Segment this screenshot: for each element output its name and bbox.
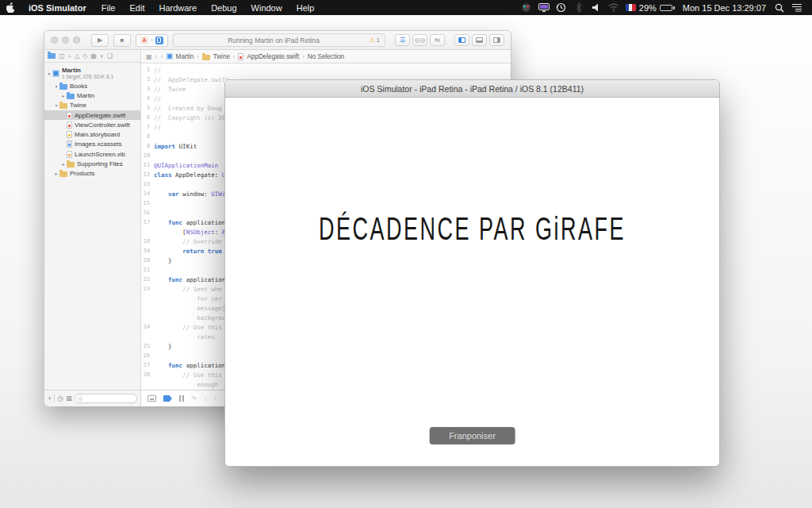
breadcrumb-project[interactable]: Martin — [176, 53, 194, 60]
active-app-menu[interactable]: iOS Simulator — [29, 3, 86, 13]
franponiser-button[interactable]: Franponiser — [429, 427, 515, 444]
tree-item-label: Twine — [70, 102, 86, 109]
inspector-toggle-button[interactable] — [489, 34, 504, 46]
related-items-icon[interactable]: ▦ — [146, 53, 152, 60]
zoom-window-button[interactable] — [73, 37, 80, 44]
navigator-tab-breakpoints-icon[interactable]: ◗ — [100, 52, 104, 60]
menu-edit[interactable]: Edit — [129, 3, 144, 13]
menu-bar-clock[interactable]: Mon 15 Dec 13:29:07 — [683, 3, 766, 13]
tree-item-main-storyboard[interactable]: Main.storyboard — [44, 129, 140, 139]
menu-file[interactable]: File — [102, 3, 116, 13]
disclosure-triangle[interactable]: ▾ — [46, 71, 52, 76]
tree-item-products[interactable]: ▸Products — [44, 169, 140, 179]
add-item-button[interactable]: + — [48, 394, 52, 402]
step-over-icon[interactable]: ↷ — [191, 395, 197, 402]
tree-item-images-xcassets[interactable]: Images.xcassets — [44, 140, 140, 149]
navigator-tab-reports-icon[interactable]: ❏ — [107, 52, 113, 60]
apple-menu-icon[interactable] — [6, 2, 24, 13]
tree-item-appdelegate-swift[interactable]: AppDelegate.swift — [44, 110, 140, 120]
tree-item-label: LaunchScreen.xib — [75, 151, 125, 158]
app-segments-icon[interactable] — [519, 2, 534, 14]
simulator-title-bar[interactable]: iOS Simulator - iPad Retina - iPad Retin… — [225, 80, 719, 98]
line-number: 27 — [141, 362, 154, 368]
warning-count[interactable]: 1 — [377, 37, 380, 44]
line-number: 20 — [141, 257, 154, 264]
spotlight-icon[interactable] — [772, 2, 787, 14]
scheme-selector[interactable]: A › — [136, 34, 168, 47]
jump-bar: ▦ ‹ › Martin › Twine › AppDelegate.swift… — [141, 50, 511, 64]
bluetooth-icon[interactable] — [572, 2, 586, 14]
breadcrumb-separator: › — [302, 54, 304, 60]
breadcrumb-group[interactable]: Twine — [213, 53, 230, 60]
navigator-toggle-button[interactable] — [454, 34, 469, 46]
navigator-tab-project-icon[interactable] — [48, 52, 56, 60]
disclosure-triangle[interactable]: ▾ — [53, 83, 59, 89]
filter-field-icon: ◎ — [78, 395, 82, 402]
code-text: // Copyright (c) 20 — [154, 114, 225, 121]
menu-window[interactable]: Window — [251, 3, 282, 13]
breakpoints-toggle-icon[interactable] — [163, 395, 172, 402]
close-window-button[interactable] — [51, 37, 58, 44]
tree-item-books[interactable]: ▾Books — [44, 81, 140, 90]
ios-simulator-window: iOS Simulator - iPad Retina - iPad Retin… — [224, 79, 720, 467]
disclosure-triangle[interactable]: ▾ — [53, 102, 59, 108]
navigator-tab-tests-icon[interactable]: ◇ — [82, 52, 87, 60]
code-line[interactable]: 1// — [141, 65, 511, 75]
menu-hardware[interactable]: Hardware — [159, 3, 197, 13]
warning-icon[interactable]: ⚠ — [369, 37, 374, 44]
debug-area-toggle-button[interactable] — [472, 34, 487, 46]
wifi-icon[interactable] — [607, 2, 621, 14]
tree-item-supporting-files[interactable]: ▸Supporting Files — [44, 159, 140, 168]
source-control-filter-icon[interactable]: ⊠ — [66, 394, 72, 402]
notification-center-icon[interactable] — [790, 2, 804, 14]
device-icon — [155, 37, 163, 44]
display-icon[interactable] — [537, 2, 551, 14]
standard-editor-button[interactable]: ☰ — [395, 34, 410, 46]
pause-execution-icon[interactable] — [179, 395, 184, 402]
battery-icon[interactable] — [660, 5, 675, 11]
line-number: 24 — [141, 324, 154, 330]
assistant-editor-button[interactable]: ◎◎ — [412, 34, 427, 46]
time-machine-icon[interactable] — [554, 2, 569, 14]
breadcrumb-file[interactable]: AppDelegate.swift — [247, 53, 299, 60]
code-text: backgrou — [154, 314, 225, 321]
tree-item-martin[interactable]: ▾Martin1 target, iOS SDK 8.1 — [44, 65, 140, 81]
simulator-window-title: iOS Simulator - iPad Retina - iPad Retin… — [361, 84, 584, 94]
menu-help[interactable]: Help — [297, 3, 315, 13]
menu-debug[interactable]: Debug — [211, 3, 236, 13]
back-button[interactable]: ‹ — [155, 52, 158, 60]
folder-yellow-icon — [59, 103, 67, 109]
folder-blue-icon — [67, 94, 75, 99]
tree-item-viewcontroller-swift[interactable]: ViewController.swift — [44, 120, 140, 129]
breadcrumb-separator: › — [233, 54, 235, 60]
debug-panel-toggle-icon[interactable] — [147, 395, 156, 402]
run-button[interactable]: ▶ — [91, 34, 109, 47]
recent-files-filter-icon[interactable]: ◷ — [57, 394, 63, 402]
minimize-window-button[interactable] — [62, 37, 69, 44]
project-navigator-folder-icon — [48, 53, 56, 59]
stop-button[interactable]: ■ — [113, 34, 131, 47]
volume-icon[interactable] — [589, 2, 603, 14]
scheme-chevron: › — [151, 37, 153, 44]
navigator-tab-debug-icon[interactable]: ▦ — [90, 52, 97, 60]
xcode-toolbar: ▶ ■ A › Running Martin on iPad Retina ⚠ … — [44, 31, 511, 50]
navigator-filter-field[interactable]: ◎ — [75, 394, 137, 403]
disclosure-triangle[interactable]: ▸ — [60, 161, 67, 167]
version-editor-button[interactable]: ⇆ — [430, 34, 445, 46]
tree-item-launchscreen-xib[interactable]: LaunchScreen.xib — [44, 149, 140, 159]
step-into-icon[interactable]: ↓ — [204, 395, 207, 402]
input-source-french-flag-icon[interactable] — [626, 4, 636, 11]
disclosure-triangle[interactable]: ▸ — [53, 171, 59, 176]
tree-item-martin[interactable]: ▸Martin — [44, 90, 140, 100]
tree-item-label: Supporting Files — [77, 160, 123, 167]
step-out-icon[interactable]: ↑ — [214, 395, 217, 402]
breadcrumb-selection[interactable]: No Selection — [308, 53, 344, 60]
disclosure-triangle[interactable]: ▸ — [60, 93, 67, 98]
navigator-tab-search-icon[interactable]: ⌕ — [68, 52, 71, 60]
navigator-tab-issues-icon[interactable]: △ — [75, 52, 79, 60]
tree-item-twine[interactable]: ▾Twine — [44, 101, 140, 110]
forward-button[interactable]: › — [161, 52, 163, 60]
navigator-filter-bar: + ◷ ⊠ ◎ — [44, 390, 140, 406]
menu-bar: iOS Simulator FileEditHardwareDebugWindo… — [0, 0, 812, 15]
navigator-tab-symbols-icon[interactable]: ◫ — [59, 52, 65, 60]
